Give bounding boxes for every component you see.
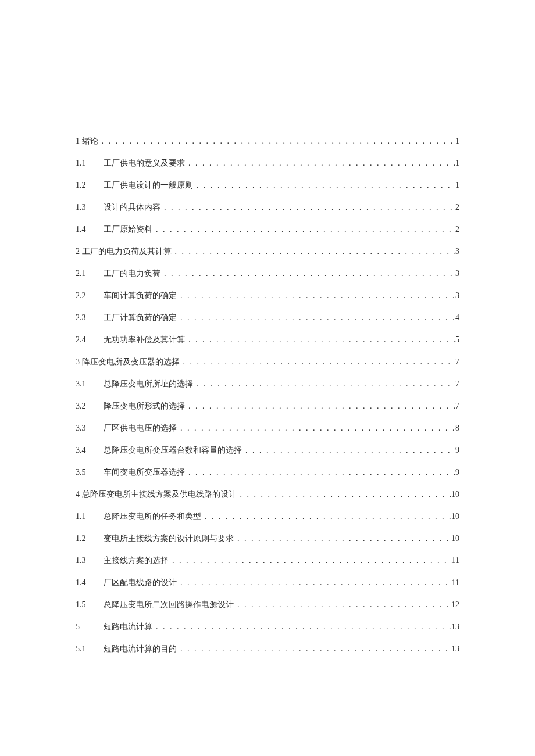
toc-page-number: 3 (455, 289, 459, 302)
toc-entry: 1.2变电所主接线方案的设计原则与要求10 (76, 532, 459, 544)
toc-dot-leader (238, 488, 452, 500)
toc-page-number: 3 (455, 245, 459, 257)
toc-entry: 5短路电流计算13 (76, 621, 459, 633)
toc-entry-number: 3.2 (76, 400, 99, 412)
toc-entry: 1.3主接线方案的选择11 (76, 554, 459, 567)
toc-dot-leader (187, 400, 455, 412)
toc-entry-title: 短路电流计算的目的 (104, 643, 177, 655)
toc-entry: 3.1总降压变电所所址的选择7 (76, 378, 459, 390)
toc-entry: 1.5总降压变电所二次回路操作电源设计12 (76, 599, 459, 611)
toc-dot-leader (179, 289, 455, 302)
toc-entry-title: 厂区供电电压的选择 (104, 422, 177, 434)
toc-entry-title: 主接线方案的选择 (104, 554, 169, 567)
toc-entry: 3.2降压变电所形式的选择7 (76, 400, 459, 412)
toc-chapter-title: 3 降压变电所及变压器的选择 (76, 356, 180, 368)
toc-dot-leader (179, 422, 455, 434)
toc-entry-number: 1.1 (76, 157, 99, 169)
toc-dot-leader (181, 356, 456, 368)
toc-entry: 1.4工厂原始资料2 (76, 223, 459, 235)
toc-entry-number: 1.4 (76, 223, 99, 235)
toc-page-number: 11 (452, 554, 459, 567)
toc-dot-leader (203, 510, 451, 522)
toc-page-number: 3 (455, 267, 459, 280)
toc-entry: 1.2工厂供电设计的一般原则1 (76, 179, 459, 191)
toc-entry-title: 无功功率补偿及其计算 (104, 334, 185, 346)
toc-entry-number: 2.3 (76, 311, 99, 324)
toc-entry: 2.4无功功率补偿及其计算5 (76, 334, 459, 346)
toc-entry: 5.1短路电流计算的目的13 (76, 643, 459, 655)
toc-page-number: 11 (452, 576, 459, 589)
toc-entry-number: 1.4 (76, 576, 99, 589)
toc-entry: 1 绪论1 (76, 135, 459, 147)
toc-page-number: 13 (451, 643, 459, 655)
toc-entry-title: 降压变电所形式的选择 (104, 400, 185, 412)
toc-dot-leader (187, 157, 455, 169)
toc-page-number: 4 (455, 311, 459, 324)
toc-entry: 4 总降压变电所主接线方案及供电线路的设计10 (76, 488, 459, 500)
toc-dot-leader (154, 621, 451, 633)
toc-entry-number: 1.2 (76, 532, 99, 544)
toc-entry-number: 1.1 (76, 510, 99, 522)
toc-chapter-title: 1 绪论 (76, 135, 98, 147)
toc-entry-title: 工厂的电力负荷 (104, 267, 160, 280)
toc-entry-number: 2.2 (76, 289, 99, 302)
toc-entry: 1.1总降压变电所的任务和类型10 (76, 510, 459, 522)
toc-page-number: 7 (455, 400, 459, 412)
toc-dot-leader (170, 554, 452, 567)
toc-entry-title: 总降压变电所二次回路操作电源设计 (104, 599, 234, 611)
toc-entry: 2.1工厂的电力负荷3 (76, 267, 459, 280)
toc-page-number: 1 (455, 135, 459, 147)
toc-entry-number: 1.3 (76, 554, 99, 567)
toc-entry-title: 工厂原始资料 (104, 223, 152, 235)
toc-page-number: 7 (455, 378, 459, 390)
toc-entry-number: 3.1 (76, 378, 99, 390)
toc-page-number: 8 (455, 422, 459, 434)
toc-entry: 1.1工厂供电的意义及要求1 (76, 157, 459, 169)
toc-page-number: 2 (455, 201, 459, 213)
toc-dot-leader (179, 311, 455, 324)
toc-dot-leader (236, 599, 451, 611)
toc-dot-leader (100, 135, 456, 147)
toc-dot-leader (187, 334, 455, 346)
toc-dot-leader (162, 201, 455, 213)
toc-page-number: 10 (451, 488, 459, 500)
toc-entry-title: 工厂供电的意义及要求 (104, 157, 185, 169)
toc-entry-number: 1.2 (76, 179, 99, 191)
toc-entry-number: 3.5 (76, 466, 99, 478)
toc-dot-leader (195, 179, 455, 191)
toc-page-number: 9 (455, 466, 459, 478)
toc-entry-title: 变电所主接线方案的设计原则与要求 (104, 532, 234, 544)
toc-entry-title: 总降压变电所的任务和类型 (104, 510, 201, 522)
toc-entry-title: 工厂计算负荷的确定 (104, 311, 177, 324)
toc-dot-leader (195, 378, 455, 390)
toc-entry-title: 车间变电所变压器选择 (104, 466, 185, 478)
toc-entry-title: 短路电流计算 (104, 621, 152, 633)
toc-entry: 3.5车间变电所变压器选择9 (76, 466, 459, 478)
toc-entry-title: 总降压变电所所址的选择 (104, 378, 193, 390)
toc-entry: 2 工厂的电力负荷及其计算3 (76, 245, 459, 257)
toc-entry-number: 5.1 (76, 643, 99, 655)
toc-entry: 2.2车间计算负荷的确定3 (76, 289, 459, 302)
toc-entry-number: 1.3 (76, 201, 99, 213)
toc-entry-title: 总降压变电所变压器台数和容量的选择 (104, 444, 242, 456)
toc-entry-number: 3.4 (76, 444, 99, 456)
toc-entry: 3.4总降压变电所变压器台数和容量的选择9 (76, 444, 459, 456)
toc-entry-number: 2.1 (76, 267, 99, 280)
toc-dot-leader (236, 532, 451, 544)
toc-entry-title: 设计的具体内容 (104, 201, 160, 213)
toc-entry: 1.4厂区配电线路的设计11 (76, 576, 459, 589)
toc-entry: 3.3厂区供电电压的选择8 (76, 422, 459, 434)
toc-chapter-title: 4 总降压变电所主接线方案及供电线路的设计 (76, 488, 237, 500)
toc-entry: 2.3工厂计算负荷的确定4 (76, 311, 459, 324)
toc-dot-leader (244, 444, 455, 456)
toc-page-number: 13 (451, 621, 459, 633)
toc-dot-leader (173, 245, 456, 257)
toc-entry-title: 厂区配电线路的设计 (104, 576, 177, 589)
toc-page-number: 5 (455, 334, 459, 346)
toc-page-number: 10 (451, 532, 459, 544)
toc-entry-number: 3.3 (76, 422, 99, 434)
toc-page-number: 1 (455, 157, 459, 169)
toc-entry: 3 降压变电所及变压器的选择7 (76, 356, 459, 368)
toc-entry-title: 车间计算负荷的确定 (104, 289, 177, 302)
toc-page-number: 12 (451, 599, 459, 611)
